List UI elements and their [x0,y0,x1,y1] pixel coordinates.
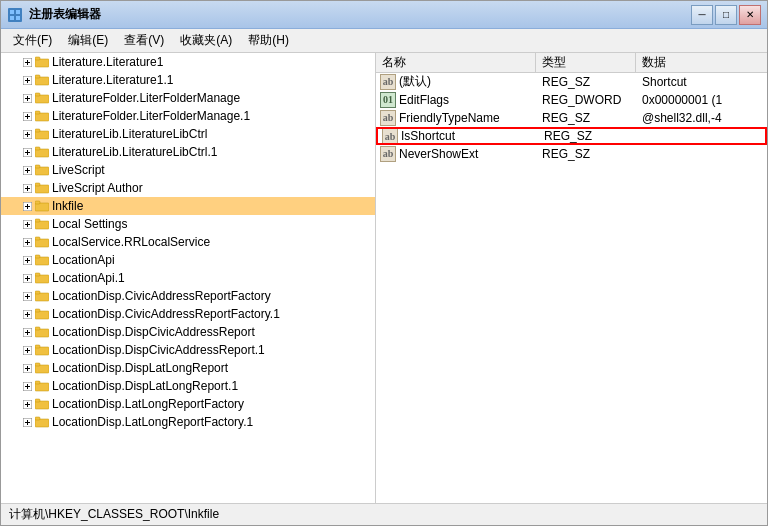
values-list[interactable]: ab(默认)REG_SZShortcut01EditFlagsREG_DWORD… [376,73,767,503]
svg-rect-99 [35,381,40,384]
expand-icon[interactable] [21,128,33,140]
window-title: 注册表编辑器 [29,6,691,23]
expand-icon[interactable] [21,56,33,68]
value-type-cell: REG_SZ [536,147,636,161]
value-row[interactable]: ab(默认)REG_SZShortcut [376,73,767,91]
tree-item[interactable]: LocationDisp.CivicAddressReportFactory [1,287,375,305]
tree-item-label: LocationDisp.LatLongReportFactory.1 [52,415,253,429]
expand-icon[interactable] [21,290,33,302]
tree-item[interactable]: Literature.Literature1.1 [1,71,375,89]
expand-icon[interactable] [21,254,33,266]
value-data-cell: 0x00000001 (1 [636,93,767,107]
expand-icon[interactable] [21,218,33,230]
tree-item[interactable]: Inkfile [1,197,375,215]
tree-item[interactable]: LocationDisp.LatLongReportFactory [1,395,375,413]
expand-icon[interactable] [21,326,33,338]
svg-rect-1 [10,10,14,14]
value-row[interactable]: abIsShortcutREG_SZ [376,127,767,145]
tree-item[interactable]: LiteratureLib.LiteratureLibCtrl.1 [1,143,375,161]
folder-icon [35,362,49,374]
tree-item-label: LocationDisp.DispCivicAddressReport.1 [52,343,265,357]
minimize-button[interactable]: ─ [691,5,713,25]
tree-item[interactable]: LiveScript Author [1,179,375,197]
folder-icon [35,236,49,248]
svg-rect-14 [35,75,40,78]
value-name: FriendlyTypeName [399,111,500,125]
tree-item[interactable]: LiteratureFolder.LiterFolderManage [1,89,375,107]
tree-item-label: LocationDisp.DispCivicAddressReport [52,325,255,339]
tree-item[interactable]: LocationDisp.DispCivicAddressReport.1 [1,341,375,359]
tree-item-label: LiteratureLib.LiteratureLibCtrl.1 [52,145,217,159]
header-type[interactable]: 类型 [536,53,636,72]
expand-icon[interactable] [21,362,33,374]
header-name[interactable]: 名称 [376,53,536,72]
expand-icon[interactable] [21,164,33,176]
registry-tree[interactable]: Literature.Literature1 Literature.Litera… [1,53,376,503]
expand-icon[interactable] [21,182,33,194]
expand-icon[interactable] [21,272,33,284]
value-type-icon: ab [380,146,396,162]
tree-item[interactable]: LocationDisp.DispCivicAddressReport [1,323,375,341]
value-row[interactable]: 01EditFlagsREG_DWORD0x00000001 (1 [376,91,767,109]
value-name: NeverShowExt [399,147,478,161]
menu-file[interactable]: 文件(F) [5,30,60,51]
tree-item[interactable]: LocationDisp.DispLatLongReport.1 [1,377,375,395]
value-data-cell: @shell32.dll,-4 [636,111,767,125]
tree-item-label: LiveScript Author [52,181,143,195]
tree-item[interactable]: LocationDisp.LatLongReportFactory.1 [1,413,375,431]
svg-rect-34 [35,147,40,150]
tree-item-label: Literature.Literature1 [52,55,163,69]
tree-item[interactable]: LocalService.RRLocalService [1,233,375,251]
svg-rect-49 [35,201,40,204]
value-type-icon: ab [382,128,398,144]
value-name-cell: ab(默认) [376,73,536,90]
tree-item[interactable]: LiteratureLib.LiteratureLibCtrl [1,125,375,143]
expand-icon[interactable] [21,416,33,428]
expand-icon[interactable] [21,344,33,356]
tree-item[interactable]: LiveScript [1,161,375,179]
tree-item[interactable]: Local Settings [1,215,375,233]
tree-item[interactable]: LocationApi.1 [1,269,375,287]
header-data[interactable]: 数据 [636,53,767,72]
value-name-cell: 01EditFlags [376,92,536,108]
value-row[interactable]: abFriendlyTypeNameREG_SZ@shell32.dll,-4 [376,109,767,127]
tree-item-label: Local Settings [52,217,127,231]
svg-rect-74 [35,291,40,294]
menu-favorites[interactable]: 收藏夹(A) [172,30,240,51]
values-panel: 名称 类型 数据 ab(默认)REG_SZShortcut01EditFlags… [376,53,767,503]
tree-item-label: LocationDisp.DispLatLongReport.1 [52,379,238,393]
tree-item-label: LocationDisp.CivicAddressReportFactory [52,289,271,303]
menu-bar: 文件(F) 编辑(E) 查看(V) 收藏夹(A) 帮助(H) [1,29,767,53]
menu-view[interactable]: 查看(V) [116,30,172,51]
tree-item[interactable]: LocationApi [1,251,375,269]
folder-icon [35,272,49,284]
folder-icon [35,380,49,392]
tree-item[interactable]: LocationDisp.DispLatLongReport [1,359,375,377]
expand-icon[interactable] [21,92,33,104]
menu-edit[interactable]: 编辑(E) [60,30,116,51]
value-row[interactable]: abNeverShowExtREG_SZ [376,145,767,163]
value-type-icon: 01 [380,92,396,108]
tree-item[interactable]: LiteratureFolder.LiterFolderManage.1 [1,107,375,125]
expand-icon[interactable] [21,398,33,410]
close-button[interactable]: ✕ [739,5,761,25]
tree-item[interactable]: LocationDisp.CivicAddressReportFactory.1 [1,305,375,323]
expand-icon[interactable] [21,308,33,320]
folder-icon [35,326,49,338]
expand-icon[interactable] [21,74,33,86]
folder-icon [35,308,49,320]
tree-item[interactable]: Literature.Literature1 [1,53,375,71]
folder-icon [35,128,49,140]
expand-icon[interactable] [21,236,33,248]
value-type-cell: REG_SZ [538,129,638,143]
expand-icon[interactable] [21,110,33,122]
maximize-button[interactable]: □ [715,5,737,25]
expand-icon[interactable] [21,380,33,392]
expand-icon[interactable] [21,200,33,212]
menu-help[interactable]: 帮助(H) [240,30,297,51]
folder-icon [35,92,49,104]
expand-icon[interactable] [21,146,33,158]
svg-rect-4 [16,16,20,20]
svg-rect-54 [35,219,40,222]
value-name-cell: abIsShortcut [378,128,538,144]
